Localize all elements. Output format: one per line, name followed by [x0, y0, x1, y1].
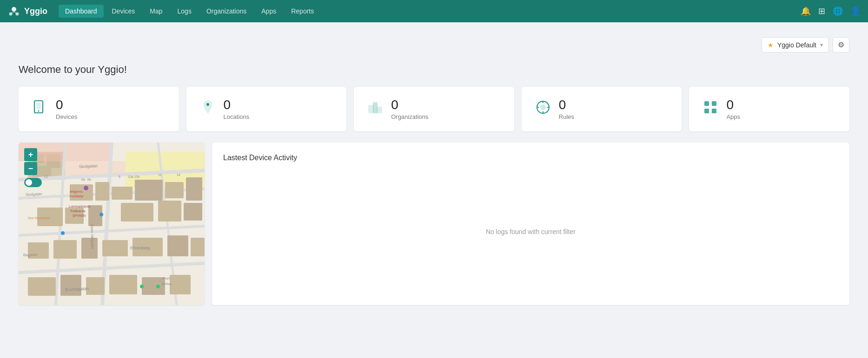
yggio-logo-icon [7, 5, 20, 18]
svg-rect-60 [109, 275, 137, 294]
activity-empty-message: No logs found with current filter [223, 169, 838, 294]
stat-card-organizations[interactable]: 0 Organizations [354, 87, 514, 131]
apps-label: Apps [726, 113, 740, 120]
stat-info-rules: 0 Rules [559, 98, 574, 120]
user-icon[interactable]: 👤 [850, 6, 861, 16]
chevron-down-icon: ▾ [820, 42, 823, 48]
svg-text:Port: Port [163, 276, 170, 280]
svg-rect-10 [373, 103, 377, 113]
svg-point-0 [12, 7, 16, 12]
stat-card-rules[interactable]: 0 Rules [522, 87, 682, 131]
map-panel: + − [19, 143, 205, 305]
stat-card-apps[interactable]: 0 Apps [689, 87, 849, 131]
svg-rect-11 [377, 107, 382, 113]
svg-rect-53 [102, 240, 128, 256]
svg-text:Trafikskola: Trafikskola [70, 209, 86, 213]
brand-name: Yggio [24, 7, 47, 16]
nav-link-map[interactable]: Map [143, 5, 169, 18]
svg-rect-20 [704, 109, 709, 113]
globe-icon[interactable]: 🌐 [833, 6, 843, 16]
map-view[interactable]: Skolgatan Skolgatan Bagaren Brunnsgatan … [19, 143, 205, 305]
nav-link-logs[interactable]: Logs [171, 5, 198, 18]
stat-cards: 0 Devices 0 Locations [19, 87, 849, 131]
svg-text:8: 8 [119, 175, 120, 178]
star-icon: ★ [768, 41, 774, 49]
nav-link-apps[interactable]: Apps [255, 5, 283, 18]
svg-point-81 [156, 285, 160, 288]
svg-rect-59 [86, 277, 105, 295]
stat-card-locations[interactable]: 0 Locations [186, 87, 347, 131]
svg-rect-39 [95, 182, 109, 201]
nav-link-organizations[interactable]: Organizations [200, 5, 253, 18]
stat-info-apps: 0 Apps [726, 98, 740, 120]
map-toggle-button[interactable] [24, 178, 42, 187]
svg-text:Östra Vallgatan: Östra Vallgatan [90, 224, 95, 249]
svg-rect-40 [112, 187, 133, 200]
svg-rect-19 [712, 101, 716, 106]
stat-info-devices: 0 Devices [56, 98, 77, 120]
map-controls: + − [24, 148, 42, 187]
svg-rect-61 [142, 277, 165, 295]
svg-rect-6 [36, 103, 41, 109]
svg-point-77 [84, 186, 88, 190]
dashboard-selector-label: Yggio Default [777, 41, 816, 49]
nav-link-devices[interactable]: Devices [106, 5, 142, 18]
location-icon [199, 99, 216, 119]
svg-text:Bagaren: Bagaren [23, 253, 38, 257]
toolbar: ★ Yggio Default ▾ ⚙ [19, 37, 849, 52]
organizations-label: Organizations [391, 113, 428, 120]
svg-rect-58 [60, 275, 81, 296]
map-zoom-in-button[interactable]: + [24, 148, 37, 161]
apps-icon [702, 99, 719, 119]
svg-rect-49 [184, 203, 202, 221]
map-zoom-out-button[interactable]: − [24, 162, 37, 175]
devices-count: 0 [56, 98, 77, 112]
notifications-icon[interactable]: 🔔 [801, 6, 811, 16]
svg-rect-55 [167, 235, 188, 256]
dashboard-selector[interactable]: ★ Yggio Default ▾ [762, 37, 829, 52]
svg-rect-56 [191, 238, 205, 256]
rules-label: Rules [559, 113, 574, 120]
organization-icon [367, 99, 384, 119]
svg-rect-48 [158, 201, 181, 221]
svg-text:Arthur: Arthur [162, 282, 172, 286]
svg-rect-41 [135, 180, 163, 201]
svg-point-7 [38, 110, 40, 111]
svg-point-13 [541, 105, 545, 110]
svg-rect-62 [170, 275, 191, 294]
nav-links: Dashboard Devices Map Logs Organizations… [59, 5, 801, 18]
activity-panel: Lastest Device Activity No logs found wi… [212, 143, 849, 305]
devices-label: Devices [56, 113, 77, 120]
svg-text:6a: 6a [81, 178, 85, 181]
svg-text:6b: 6b [87, 178, 91, 181]
bottom-panels: + − [19, 143, 849, 305]
svg-rect-43 [186, 177, 202, 201]
organizations-count: 0 [391, 98, 428, 112]
svg-rect-21 [712, 109, 716, 113]
stat-info-organizations: 0 Organizations [391, 98, 428, 120]
dashboard-settings-button[interactable]: ⚙ [833, 37, 849, 52]
svg-text:11: 11 [44, 175, 48, 178]
svg-point-80 [140, 285, 144, 288]
svg-text:Dos Hermanos: Dos Hermanos [28, 216, 50, 220]
locations-label: Locations [224, 113, 250, 120]
nav-link-dashboard[interactable]: Dashboard [59, 5, 104, 18]
svg-rect-18 [704, 101, 709, 106]
svg-text:Ehrenberg: Ehrenberg [130, 246, 150, 250]
navbar: Yggio Dashboard Devices Map Logs Organiz… [0, 0, 868, 22]
svg-text:10a 10b: 10a 10b [128, 175, 139, 178]
dashboard-icon[interactable]: ⊞ [818, 6, 825, 16]
svg-text:Skolgatan: Skolgatan [79, 163, 98, 169]
brand[interactable]: Yggio [7, 5, 47, 18]
nav-link-reports[interactable]: Reports [285, 5, 320, 18]
svg-text:Konfektyr: Konfektyr [70, 195, 84, 198]
svg-point-79 [61, 231, 65, 235]
svg-text:Lommastrands: Lommastrands [69, 205, 91, 208]
svg-text:Ahlgrens: Ahlgrens [70, 190, 83, 194]
apps-count: 0 [726, 98, 740, 112]
svg-text:12: 12 [158, 173, 162, 176]
stat-info-locations: 0 Locations [224, 98, 250, 120]
main-content: ★ Yggio Default ▾ ⚙ Welcome to your Yggi… [0, 22, 868, 320]
stat-card-devices[interactable]: 0 Devices [19, 87, 179, 131]
svg-rect-47 [121, 203, 153, 221]
